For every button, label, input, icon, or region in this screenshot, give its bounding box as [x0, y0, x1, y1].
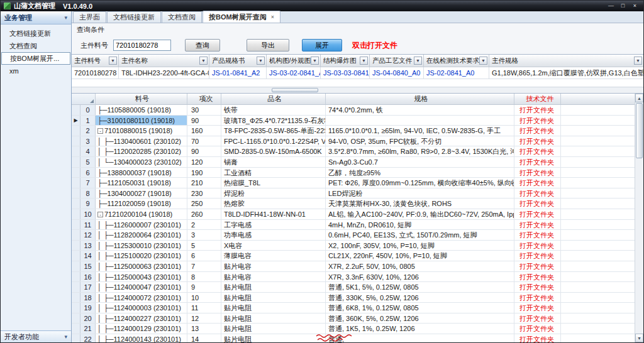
table-row[interactable]: 18│ ├─1124000072 (230101)10贴片电阻普通, 330K,…	[72, 293, 635, 303]
open-folder-link[interactable]: 打开文件夹	[514, 146, 561, 156]
table-row[interactable]: 20│ ├─1124000227 (230101)12贴片电阻普通, 360K,…	[72, 313, 635, 324]
table-row[interactable]: ▶1├─31001080110 (19018)90玻璃T8_Φ25.4*0.72…	[72, 116, 635, 126]
tab-item[interactable]: 文档查阅	[162, 11, 202, 23]
expand-button[interactable]: 展开	[302, 39, 342, 52]
summary-column-header[interactable]: 在线检测技术要求▼	[424, 55, 489, 67]
open-folder-link[interactable]: 打开文件夹	[514, 209, 561, 219]
summary-column-header[interactable]: 产品工艺文件▼	[370, 55, 424, 67]
horizontal-scrollbar[interactable]	[72, 87, 643, 93]
table-row[interactable]: 13│ ├─1125300010 (230101)5X电容X2, 100nF, …	[72, 241, 635, 251]
filter-dropdown-icon[interactable]: ▼	[360, 57, 368, 65]
document-link[interactable]: JS-01-0841_A2	[209, 67, 267, 79]
vscroll-thumb[interactable]	[636, 103, 643, 158]
open-folder-link[interactable]: 打开文件夹	[514, 282, 561, 292]
part-number-cell[interactable]: ├─31001080110 (19018)	[96, 116, 187, 126]
part-number-cell[interactable]: ├─1388000037 (19018)	[96, 168, 187, 178]
open-folder-link[interactable]: 打开文件夹	[514, 293, 561, 303]
vscroll-track[interactable]	[635, 159, 643, 334]
table-row[interactable]: 14│ ├─1125100020 (230101)6薄膜电容CL21X, 220…	[72, 251, 635, 261]
collapse-icon[interactable]: -	[97, 128, 103, 134]
filter-dropdown-icon[interactable]: ▼	[311, 57, 319, 65]
summary-grid-row[interactable]: 72010180278T8L-IDHH23-2200-4ft-GCA-01JS-…	[72, 67, 643, 79]
open-folder-link[interactable]: 打开文件夹	[514, 272, 561, 282]
open-folder-link[interactable]: 打开文件夹	[514, 230, 561, 240]
sidebar-item[interactable]: 文档链接更新	[1, 27, 71, 40]
open-folder-link[interactable]: 打开文件夹	[514, 261, 561, 271]
filter-dropdown-icon[interactable]: ▼	[199, 57, 208, 65]
filter-dropdown-icon[interactable]: ▼	[414, 57, 422, 65]
tab-active[interactable]: 按BOM树展开查阅×	[203, 11, 280, 23]
document-link[interactable]: JS-03-03-0841_A0	[321, 67, 370, 79]
summary-column-header[interactable]: 产品规格书▼	[209, 55, 267, 67]
table-row[interactable]: 9├─1121020059 (19018)250热熔胶天津莫莱斯柯HX-30, …	[72, 199, 635, 209]
column-header[interactable]: 料号	[96, 94, 187, 104]
part-number-cell[interactable]: │ ├─1120020285 (230102)	[96, 146, 187, 156]
open-folder-link[interactable]: 打开文件夹	[514, 188, 561, 199]
open-folder-link[interactable]: 打开文件夹	[514, 126, 561, 136]
open-folder-link[interactable]: 打开文件夹	[514, 241, 561, 251]
part-number-cell[interactable]: │ ├─1124000129 (230101)	[96, 324, 187, 334]
open-folder-link[interactable]: 打开文件夹	[514, 136, 561, 146]
part-number-cell[interactable]: │ ├─1124000047 (230101)	[96, 282, 187, 292]
part-number-cell[interactable]: -71210200104 (19018)	[96, 209, 187, 219]
part-number-cell[interactable]: │ └─1304000023 (230102)	[96, 157, 187, 167]
column-header[interactable]: 品名	[221, 94, 326, 104]
part-number-input[interactable]	[113, 40, 171, 51]
column-header[interactable]: 项次	[187, 94, 221, 104]
table-row[interactable]: 17│ ├─1124000047 (230101)9贴片电阻普通, 5K1, 5…	[72, 282, 635, 293]
table-row[interactable]: 3│ ├─1130400601 (230102)70FPC-L-1165.0*1…	[72, 136, 635, 147]
open-folder-link[interactable]: 打开文件夹	[514, 116, 561, 126]
table-row[interactable]: 16│ ├─1125000043 (230101)8贴片电容X7R, 3.3nF…	[72, 272, 635, 283]
table-row[interactable]: 12│ ├─1128200064 (230101)3功率电感0.6mH, PC4…	[72, 230, 635, 241]
part-number-cell[interactable]: │ ├─1128200064 (230101)	[96, 230, 187, 240]
document-link[interactable]: JS-04-0840_A0	[370, 67, 424, 79]
filter-dropdown-icon[interactable]: ▼	[634, 57, 642, 65]
open-folder-link[interactable]: 打开文件夹	[514, 157, 561, 167]
part-number-cell[interactable]: │ ├─1125000063 (230101)	[96, 261, 187, 271]
part-number-cell[interactable]: │ ├─1124000143 (230101)	[96, 334, 187, 342]
table-row[interactable]: 5│ └─1304000023 (230102)120锡膏Sn-Ag0.3-Cu…	[72, 157, 635, 168]
filter-dropdown-icon[interactable]: ▼	[479, 57, 487, 65]
column-header[interactable]: 技术文件	[514, 94, 561, 104]
table-row[interactable]: 2-71010880015 (19018)160T8-FPC-2835-0.5W…	[72, 126, 635, 136]
open-folder-link[interactable]: 打开文件夹	[514, 178, 561, 188]
sidebar-header[interactable]: 业务管理 ▾	[1, 11, 71, 24]
open-folder-link[interactable]: 打开文件夹	[514, 313, 561, 324]
tab-item[interactable]: 主界面	[73, 11, 106, 23]
collapse-icon[interactable]: -	[97, 212, 103, 217]
table-row[interactable]: 11│ ├─1126000007 (230101)2工字电感4mH, MnZn,…	[72, 220, 635, 231]
summary-column-header[interactable]: 主件名称▼	[119, 55, 209, 67]
part-number-cell[interactable]: ├─1105880005 (19018)	[96, 105, 187, 115]
part-number-cell[interactable]: │ ├─1125000043 (230101)	[96, 272, 187, 282]
part-number-cell[interactable]: │ ├─1125300010 (230101)	[96, 241, 187, 251]
summary-column-header[interactable]: 主件规格▼	[489, 55, 643, 67]
scroll-down-icon[interactable]: ▼	[635, 334, 643, 342]
tab-item[interactable]: 文档链接更新	[107, 11, 161, 23]
table-row[interactable]: 10-71210200104 (19018)260T8LD-IDFH41-18W…	[72, 209, 635, 220]
table-row[interactable]: 0├─1105880005 (19018)30铁带74*4.0*0.2mm, 铁…	[72, 105, 635, 116]
document-link[interactable]: JS-03-02-0841_A0	[267, 67, 321, 79]
select-all-corner[interactable]	[72, 94, 96, 104]
tab-close-icon[interactable]: ×	[271, 14, 274, 20]
open-folder-link[interactable]: 打开文件夹	[514, 220, 561, 230]
filter-dropdown-icon[interactable]: ▼	[257, 57, 265, 65]
table-row[interactable]: 7├─1121050031 (19018)210热缩膜_T8LPET: Φ26,…	[72, 178, 635, 188]
summary-column-header[interactable]: 机构图/外观图▼	[267, 55, 321, 67]
part-number-cell[interactable]: ├─1121050031 (19018)	[96, 178, 187, 188]
part-number-cell[interactable]: ├─1121020059 (19018)	[96, 199, 187, 209]
column-header[interactable]: 规格	[326, 94, 514, 104]
part-number-cell[interactable]: │ ├─1126000007 (230101)	[96, 220, 187, 230]
open-folder-link[interactable]: 打开文件夹	[514, 199, 561, 209]
hscroll-thumb[interactable]	[272, 88, 318, 92]
table-row[interactable]: 6├─1388000037 (19018)190工业酒精乙醇，纯度≥95%打开文…	[72, 168, 635, 178]
part-number-cell[interactable]: │ ├─1124000072 (230101)	[96, 293, 187, 303]
table-row[interactable]: 4│ ├─1120020285 (230102)90SMD-2835-0.5W-…	[72, 146, 635, 157]
part-number-cell[interactable]: -71010880015 (19018)	[96, 126, 187, 136]
part-number-cell[interactable]: ├─1304000027 (19018)	[96, 188, 187, 199]
sidebar-item[interactable]: 按BOM树展开...	[1, 52, 70, 65]
open-folder-link[interactable]: 打开文件夹	[514, 168, 561, 178]
open-folder-link[interactable]: 打开文件夹	[514, 105, 561, 115]
maximize-button[interactable]: □	[618, 1, 628, 11]
open-folder-link[interactable]: 打开文件夹	[514, 324, 561, 334]
table-row[interactable]: 8├─1304000027 (19018)230焊泥粉LED焊泥粉打开文件夹	[72, 188, 635, 199]
